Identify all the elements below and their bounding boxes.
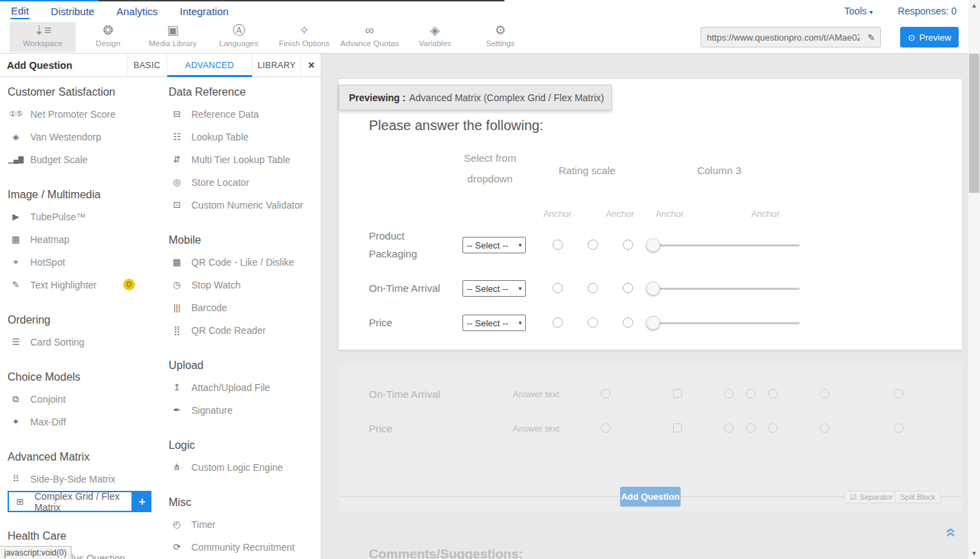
question-type-lookup-table[interactable]: ☷ Lookup Table — [169, 125, 319, 148]
scroll-to-top-chevron-icon[interactable]: » — [939, 527, 960, 537]
tab-basic[interactable]: BASIC — [127, 54, 167, 77]
nav-edit[interactable]: Edit — [10, 3, 30, 19]
question-type-conjoint[interactable]: ⧉ Conjoint — [8, 388, 160, 410]
item-label: Barcode — [191, 302, 227, 313]
radio-button — [746, 423, 756, 433]
dimmed-row-on-time-arrival: On-Time Arrival Answer text — [321, 377, 968, 411]
item-label: Conjoint — [30, 394, 65, 405]
edit-url-pencil-icon[interactable]: ✎ — [862, 32, 880, 43]
close-icon[interactable]: × — [301, 54, 321, 77]
slider-track[interactable] — [652, 244, 800, 246]
select-value: -- Select -- — [467, 284, 509, 294]
select-dropdown[interactable]: -- Select -- ▾ — [462, 315, 526, 331]
nav-distribute[interactable]: Distribute — [50, 4, 95, 19]
section-choice-models: Choice Models ⧉ Conjoint ✦ Max-Diff — [8, 371, 160, 433]
question-type-side-by-side-matrix[interactable]: ⠿ Side-By-Side Matrix — [8, 467, 160, 490]
top-progress-bar-remainder — [98, 0, 504, 1]
tools-dropdown[interactable]: Tools▾ — [844, 6, 873, 17]
tag-icon: ◈ — [404, 22, 466, 39]
add-question-type-plus-button[interactable]: + — [133, 491, 151, 512]
selected-question-type-box[interactable]: ⊞ Complex Grid / Flex Matrix — [8, 491, 133, 512]
question-type-multi-tier-lookup[interactable]: ⇵ Multi Tier Lookup Table — [169, 148, 319, 171]
anchor-label: Anchor — [648, 209, 691, 219]
section-heading: Health Care — [8, 530, 160, 542]
question-type-budget-scale[interactable]: ▁▄▇ Budget Scale — [8, 148, 160, 171]
question-type-attach-upload[interactable]: ↥ Attach/Upload File — [169, 376, 319, 399]
nav-analytics[interactable]: Analytics — [116, 4, 158, 19]
tab-advanced[interactable]: ADVANCED — [167, 54, 252, 77]
select-dropdown[interactable]: -- Select -- ▾ — [462, 280, 526, 297]
row-label: Price — [369, 314, 450, 332]
radio-button[interactable] — [553, 240, 563, 250]
slider-track[interactable] — [652, 322, 800, 324]
numeric-validator-icon: ⊡ — [169, 200, 185, 210]
slider-handle[interactable] — [646, 282, 660, 295]
advance-quotas-button[interactable]: ∞ Advance Quotas — [339, 22, 401, 52]
top-progress-bar — [0, 0, 98, 1]
radio-button[interactable] — [588, 317, 598, 328]
chevron-down-icon: ▾ — [518, 242, 522, 249]
split-block-button[interactable]: Split Block — [895, 491, 941, 503]
question-type-net-promoter-score[interactable]: ①⑤ Net Promoter Score — [8, 103, 160, 125]
vertical-scrollbar[interactable]: ▲ ▼ — [968, 0, 980, 559]
question-type-timer[interactable]: ◴ Timer — [169, 513, 319, 536]
radio-button[interactable] — [553, 283, 563, 293]
questionpro-survey-editor: Edit Distribute Analytics Integration To… — [0, 0, 980, 559]
radio-button[interactable] — [623, 283, 633, 293]
survey-url-input[interactable] — [701, 32, 862, 43]
question-type-reference-data[interactable]: ⊟ Reference Data — [169, 103, 319, 125]
question-type-signature[interactable]: ✒ Signature — [169, 399, 319, 421]
variables-button[interactable]: ◈ Variables — [404, 22, 466, 52]
responses-count[interactable]: Responses: 0 — [897, 6, 957, 17]
separator-toggle-button[interactable]: ☑ Separator — [844, 491, 898, 503]
radio-button[interactable] — [623, 317, 633, 328]
question-type-barcode[interactable]: ||| Barcode — [169, 296, 319, 319]
tab-library[interactable]: LIBRARY — [252, 54, 301, 77]
map-pin-icon: ◎ — [169, 177, 185, 187]
question-type-hotspot[interactable]: ⌖ HotSpot — [8, 251, 160, 273]
radio-button[interactable] — [588, 240, 598, 250]
question-type-complex-grid-selected[interactable]: ⊞ Complex Grid / Flex Matrix + — [8, 491, 151, 512]
question-type-tubepulse[interactable]: ▶ TubePulse™ — [8, 205, 160, 228]
matrix-row-price: Price -- Select -- ▾ — [339, 306, 962, 340]
top-navigation: Edit Distribute Analytics Integration To… — [0, 1, 980, 21]
question-type-custom-numeric-validator[interactable]: ⊡ Custom Numeric Validator — [169, 193, 319, 216]
question-type-custom-logic-engine[interactable]: ⋔ Custom Logic Engine — [169, 456, 319, 478]
question-type-card-sorting[interactable]: ☰ Card Sorting — [8, 330, 160, 353]
nav-integration[interactable]: Integration — [179, 4, 229, 19]
question-type-van-westendorp[interactable]: ◈ Van Westendorp — [8, 125, 160, 148]
scrollbar-up-arrow-icon[interactable]: ▲ — [968, 2, 980, 9]
select-dropdown[interactable]: -- Select -- ▾ — [462, 237, 526, 253]
finish-options-button[interactable]: ✧ Finish Options — [273, 22, 335, 52]
question-type-text-highlighter[interactable]: ✎ Text Highlighter ʘ — [8, 273, 160, 296]
row-label: Price — [369, 423, 479, 434]
settings-button[interactable]: ⚙ Settings — [469, 22, 531, 52]
design-button[interactable]: ❂ Design — [77, 22, 139, 52]
question-type-qr-like-dislike[interactable]: ▩ QR Code - Like / Dislike — [169, 251, 319, 273]
section-heading: Upload — [169, 359, 319, 372]
question-type-community-recruitment[interactable]: ⟳ Community Recruitment — [169, 536, 319, 558]
radio-button[interactable] — [553, 317, 563, 328]
item-label: Card Sorting — [30, 337, 85, 348]
radio-button[interactable] — [588, 283, 598, 293]
add-question-button[interactable]: Add Question — [620, 487, 681, 507]
radio-button[interactable] — [623, 240, 633, 250]
workspace-button[interactable]: ⇣≡ Workspace — [10, 22, 76, 52]
highlighter-icon: ✎ — [8, 280, 24, 290]
question-type-heatmap[interactable]: ▦ Heatmap — [8, 228, 160, 251]
languages-button[interactable]: Ⓐ Languages — [208, 22, 270, 52]
question-type-max-diff[interactable]: ✦ Max-Diff — [8, 410, 160, 433]
palette-icon: ❂ — [77, 22, 139, 39]
slider-handle[interactable] — [646, 316, 660, 330]
question-type-stop-watch[interactable]: ◷ Stop Watch — [169, 273, 319, 296]
item-label: Timer — [191, 519, 215, 530]
question-type-qr-code-reader[interactable]: ⣿ QR Code Reader — [169, 319, 319, 341]
slider-track[interactable] — [652, 288, 800, 290]
scrollbar-thumb[interactable] — [969, 54, 979, 193]
preview-button[interactable]: ⊙ Preview — [900, 27, 959, 48]
section-ordering: Ordering ☰ Card Sorting — [8, 314, 160, 353]
question-type-store-locator[interactable]: ◎ Store Locator — [169, 171, 319, 193]
media-library-button[interactable]: ▣ Media Library — [142, 22, 204, 52]
slider-handle[interactable] — [646, 238, 660, 252]
scrollbar-down-arrow-icon[interactable]: ▼ — [968, 550, 980, 557]
